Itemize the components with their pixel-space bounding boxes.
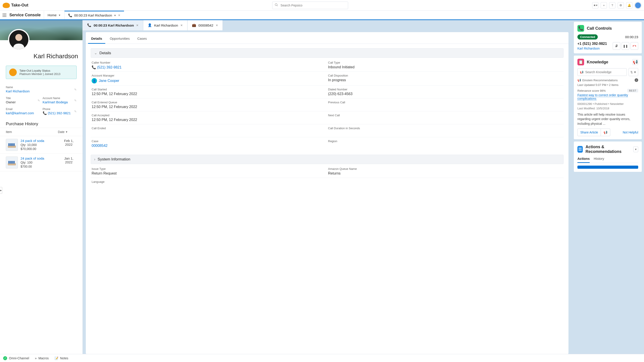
notes-button[interactable]: 📝 Notes bbox=[54, 357, 68, 360]
dropdown-button[interactable]: ▼ bbox=[633, 146, 638, 152]
subtab-label: 00008542 bbox=[198, 23, 214, 27]
notifications-button[interactable]: 🔔 bbox=[626, 2, 632, 8]
brand-logo: Take-Out bbox=[3, 3, 28, 8]
sidebar-collapse-toggle[interactable]: ▶ bbox=[0, 187, 2, 194]
loyalty-icon bbox=[9, 68, 17, 76]
caller-number-link[interactable]: 📞 (521) 392-9821 bbox=[92, 64, 326, 69]
add-button[interactable]: ＋ bbox=[601, 2, 607, 8]
field-label: Name bbox=[6, 86, 77, 89]
field-label: Issue Type bbox=[92, 167, 326, 171]
edit-icon[interactable]: ✎ bbox=[38, 99, 40, 102]
edit-icon[interactable]: ✎ bbox=[74, 99, 77, 102]
edit-icon[interactable]: ✎ bbox=[74, 110, 77, 113]
tab-history[interactable]: History bbox=[594, 157, 604, 163]
account-manager-link[interactable]: 👤 Jane Cooper bbox=[92, 77, 326, 83]
field-label: Call Type bbox=[328, 61, 563, 64]
app-launcher-icon[interactable] bbox=[0, 13, 9, 17]
notes-icon: 📝 bbox=[54, 357, 58, 360]
announce-button[interactable]: 📢 bbox=[632, 59, 638, 65]
recommendation-item[interactable] bbox=[578, 166, 638, 169]
details-section-header[interactable]: ⌄ Details bbox=[91, 48, 564, 58]
account-link[interactable]: Karlmart Bodega bbox=[43, 100, 77, 104]
article-meta: 000001296 • Published • Newsletter bbox=[578, 100, 638, 106]
mute-button[interactable] bbox=[613, 42, 620, 50]
phone-link[interactable]: 📞 (521) 392-9821 bbox=[43, 111, 77, 115]
chevron-down-icon[interactable]: ▼ bbox=[114, 14, 116, 17]
macros-icon: » bbox=[35, 357, 37, 360]
subtab-case[interactable]: 💼 00008542 ✕ bbox=[188, 20, 223, 30]
macros-label: Macros bbox=[38, 357, 49, 360]
knowledge-search-input[interactable] bbox=[585, 70, 624, 74]
last-updated: Last Updated 5:07 PM • 2 Items bbox=[578, 82, 638, 87]
subtab-call[interactable]: 📞 00:00:23 Karl Richardson ✕ bbox=[83, 20, 143, 30]
tab-actions[interactable]: Actions bbox=[578, 157, 590, 163]
svg-point-12 bbox=[16, 34, 22, 41]
email-link[interactable]: karl@karlmart.com bbox=[6, 111, 40, 115]
contact-icon: 👤 bbox=[148, 23, 152, 27]
call-controls-panel: 📞 Call Controls Connected 00:00:23 +1 (5… bbox=[574, 22, 642, 53]
svg-point-3 bbox=[4, 13, 5, 14]
call-ended-value bbox=[92, 130, 326, 131]
macros-button[interactable]: » Macros bbox=[35, 357, 49, 360]
product-name-link[interactable]: 24 pack of soda bbox=[20, 139, 58, 143]
close-icon[interactable]: ✕ bbox=[136, 24, 138, 27]
info-icon[interactable]: i bbox=[634, 78, 638, 82]
knowledge-search[interactable]: 📢 bbox=[578, 68, 627, 76]
field-label: Language bbox=[92, 180, 326, 183]
sort-button[interactable]: ⇅ ▼ bbox=[628, 68, 638, 76]
pause-button[interactable]: ❚❚ bbox=[622, 42, 629, 50]
close-icon[interactable]: ✕ bbox=[118, 14, 120, 17]
share-dropdown-button[interactable]: 📢 bbox=[601, 129, 610, 136]
purchase-date: Feb 1, 2022 bbox=[61, 139, 77, 151]
global-search[interactable] bbox=[272, 1, 348, 9]
purchase-date: Jan 1, 2022 bbox=[61, 157, 77, 169]
share-article-button[interactable]: Share Article bbox=[578, 129, 601, 136]
field-label: Next Call bbox=[328, 114, 563, 117]
brand-name: Take-Out bbox=[11, 3, 28, 7]
case-link[interactable]: 00008542 bbox=[92, 143, 326, 148]
close-icon[interactable]: ✕ bbox=[216, 24, 218, 27]
omni-channel-label: Omni-Channel bbox=[9, 357, 29, 360]
purchase-history-title: Purchase History bbox=[0, 119, 82, 128]
name-link[interactable]: Karl Richardson bbox=[6, 89, 77, 93]
article-modified: Last Modified: 10/5/2018 bbox=[578, 106, 638, 111]
chevron-down-icon[interactable]: ▼ bbox=[58, 14, 61, 16]
knowledge-icon: 📋 bbox=[578, 59, 584, 65]
settings-button[interactable]: ⚙ bbox=[618, 2, 624, 8]
profile-avatar bbox=[8, 29, 30, 50]
col-date[interactable]: Date ▼ bbox=[58, 130, 77, 134]
close-icon[interactable]: ✕ bbox=[180, 24, 183, 27]
not-helpful-link[interactable]: Not Helpful bbox=[623, 131, 638, 134]
article-link[interactable]: Fastest way to correct order quantity co… bbox=[578, 92, 628, 101]
nav-tab-call[interactable]: 📞 00:00:23 Karl Richardson ▼ ✕ bbox=[64, 11, 124, 19]
tab-details[interactable]: Details bbox=[88, 35, 105, 44]
loyalty-title: Take-Out Loyalty Status bbox=[20, 69, 60, 72]
system-info-section-header[interactable]: › System Information bbox=[91, 155, 564, 164]
field-label: Caller Number bbox=[92, 61, 326, 64]
user-avatar[interactable] bbox=[634, 2, 641, 9]
search-icon bbox=[275, 3, 278, 7]
end-call-button[interactable] bbox=[630, 42, 638, 50]
phone-icon: 📞 bbox=[68, 13, 72, 17]
nav-tab-label: Home bbox=[48, 13, 56, 17]
caller-name-link[interactable]: Karl Richardson bbox=[578, 46, 607, 50]
edit-icon[interactable]: ✎ bbox=[74, 88, 77, 91]
tab-cases[interactable]: Cases bbox=[134, 35, 150, 43]
help-button[interactable]: ? bbox=[609, 2, 616, 8]
phone-icon: 📞 bbox=[87, 23, 92, 27]
svg-rect-23 bbox=[12, 161, 14, 164]
product-name-link[interactable]: 24 pack of soda bbox=[20, 157, 58, 160]
favorites-button[interactable]: ★▾ bbox=[592, 2, 598, 8]
search-input[interactable] bbox=[280, 3, 346, 7]
subtab-contact[interactable]: 👤 Karl Richardson ✕ bbox=[143, 20, 188, 30]
tab-opportunities[interactable]: Opportunities bbox=[106, 35, 133, 43]
megaphone-icon: 📢 bbox=[578, 79, 581, 82]
section-title: Details bbox=[100, 51, 111, 55]
omni-channel-button[interactable]: ✓ Omni-Channel bbox=[3, 356, 29, 360]
nav-tab-home[interactable]: Home ▼ bbox=[44, 11, 64, 19]
svg-line-1 bbox=[277, 5, 278, 6]
purchase-row: 24 pack of soda Qty: 100 $700.00 Jan 1, … bbox=[0, 154, 82, 172]
field-label: Call Duration in Seconds bbox=[328, 127, 563, 130]
field-label: Call Started bbox=[92, 88, 326, 91]
section-title: System Information bbox=[98, 157, 130, 162]
